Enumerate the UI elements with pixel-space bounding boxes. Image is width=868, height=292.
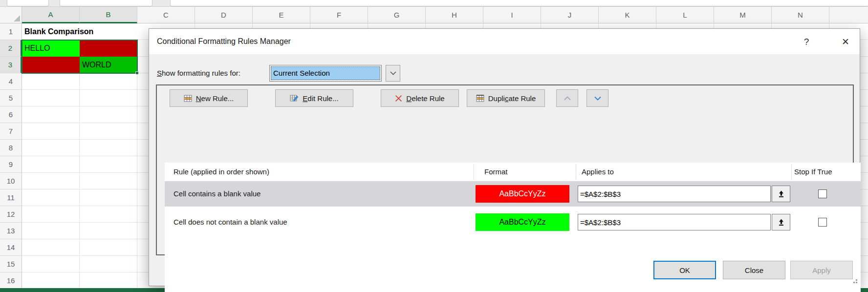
cell-B2[interactable] [80, 40, 137, 57]
cell-A2[interactable]: HELLO [22, 40, 80, 57]
row-header-13[interactable]: 13 [0, 223, 22, 239]
delete-x-icon [395, 95, 402, 102]
cell-A3[interactable] [22, 57, 80, 73]
column-header-J[interactable]: J [541, 7, 599, 23]
row-header-6[interactable]: 6 [0, 106, 22, 123]
rule-description: Cell contains a blank value [174, 181, 260, 207]
edit-rule-label: Edit Rule... [303, 94, 338, 103]
apply-button[interactable]: Apply [790, 261, 853, 279]
rule-column-header: Rule (applied in order shown) [174, 163, 269, 181]
column-header-E[interactable]: E [253, 7, 310, 23]
column-header-D[interactable]: D [195, 7, 253, 23]
collapse-dialog-icon [778, 219, 785, 226]
new-rule-button[interactable]: New Rule... [170, 89, 248, 107]
column-header-C[interactable]: C [137, 7, 195, 23]
chevron-up-icon [564, 96, 571, 101]
row-header-10[interactable]: 10 [0, 173, 22, 189]
close-dialog-button[interactable]: ✕ [838, 34, 853, 49]
dialog-title-bar[interactable]: Conditional Formatting Rules Manager ? ✕ [149, 29, 860, 54]
column-header-M[interactable]: M [714, 7, 772, 23]
formula-bar-strip [0, 0, 868, 7]
rule-row-2[interactable]: Cell does not contain a blank value AaBb… [165, 209, 861, 235]
duplicate-rule-table-icon [476, 94, 484, 103]
delete-rule-label: Delete Rule [406, 94, 444, 103]
select-all-corner[interactable] [0, 7, 22, 23]
row-header-3[interactable]: 3 [0, 57, 22, 73]
row-header-16[interactable]: 16 [0, 272, 22, 289]
rule-row-1[interactable]: Cell contains a blank value AaBbCcYyZz [165, 181, 861, 207]
new-rule-table-icon [184, 94, 192, 103]
row-header-4[interactable]: 4 [0, 73, 22, 90]
help-button[interactable]: ? [799, 34, 814, 49]
column-header-strip: ABCDEFGHIJKLMN [0, 7, 868, 23]
stop-if-true-checkbox[interactable] [818, 218, 827, 227]
column-header-F[interactable]: F [310, 7, 368, 23]
duplicate-rule-label: Duplicate Rule [488, 94, 536, 103]
move-rule-up-button[interactable] [556, 89, 578, 107]
collapse-dialog-icon [778, 190, 785, 198]
new-rule-label: New Rule... [196, 94, 234, 103]
column-header-L[interactable]: L [656, 7, 714, 23]
row-header-1[interactable]: 1 [0, 23, 22, 40]
close-button[interactable]: Close [723, 261, 785, 279]
column-header-B[interactable]: B [80, 7, 137, 23]
chevron-down-icon [594, 96, 601, 101]
applies-column-header: Applies to [582, 163, 614, 181]
show-rules-value: Current Selection [271, 66, 380, 80]
row-header-15[interactable]: 15 [0, 256, 22, 272]
ok-button[interactable]: OK [653, 261, 716, 279]
row-header-11[interactable]: 11 [0, 189, 22, 206]
format-preview: AaBbCcYyZz [476, 185, 569, 203]
show-rules-combobox[interactable]: Current Selection [269, 65, 382, 82]
column-header-H[interactable]: H [426, 7, 483, 23]
stop-if-true-checkbox[interactable] [818, 189, 827, 198]
applies-to-input[interactable] [578, 214, 771, 230]
row-header-5[interactable]: 5 [0, 90, 22, 106]
row-header-8[interactable]: 8 [0, 140, 22, 156]
row-header-7[interactable]: 7 [0, 123, 22, 140]
rule-description: Cell does not contain a blank value [174, 209, 287, 235]
column-header-G[interactable]: G [368, 7, 426, 23]
chevron-down-icon [390, 71, 396, 75]
column-header-A[interactable]: A [22, 7, 80, 23]
applies-to-input[interactable] [578, 186, 771, 202]
formula-bar[interactable] [170, 0, 868, 6]
row-header-12[interactable]: 12 [0, 206, 22, 223]
stop-column-header: Stop If True [794, 163, 832, 181]
resize-grip[interactable] [851, 277, 858, 284]
show-rules-label: Show formatting rules for: [157, 65, 240, 82]
rules-frame: New Rule... Edit Rule... Delete Rule Dup… [156, 84, 854, 255]
format-column-header: Format [484, 163, 508, 181]
row-header-2[interactable]: 2 [0, 40, 22, 57]
cell-B3[interactable]: WORLD [80, 57, 137, 73]
dialog-title: Conditional Formatting Rules Manager [157, 29, 291, 54]
row-header-14[interactable]: 14 [0, 239, 22, 256]
insert-function-box[interactable] [60, 0, 152, 6]
show-rules-dropdown-button[interactable] [386, 65, 400, 82]
edit-rule-icon [290, 94, 299, 103]
name-box[interactable] [7, 0, 49, 6]
rules-list-header: Rule (applied in order shown) Format App… [165, 163, 861, 181]
conditional-formatting-rules-manager-dialog: Conditional Formatting Rules Manager ? ✕… [149, 28, 860, 286]
range-picker-button[interactable] [772, 214, 790, 230]
row-header-9[interactable]: 9 [0, 156, 22, 173]
duplicate-rule-button[interactable]: Duplicate Rule [467, 89, 545, 107]
cell-A1[interactable]: Blank Comparison [22, 23, 137, 40]
column-header-I[interactable]: I [483, 7, 541, 23]
move-rule-down-button[interactable] [586, 89, 608, 107]
column-header-N[interactable]: N [772, 7, 829, 23]
format-preview: AaBbCcYyZz [476, 213, 569, 231]
delete-rule-button[interactable]: Delete Rule [381, 89, 459, 107]
range-picker-button[interactable] [772, 186, 790, 202]
row-header-strip: 12345678910111213141516 [0, 23, 22, 292]
column-header-K[interactable]: K [599, 7, 656, 23]
edit-rule-button[interactable]: Edit Rule... [275, 89, 353, 107]
